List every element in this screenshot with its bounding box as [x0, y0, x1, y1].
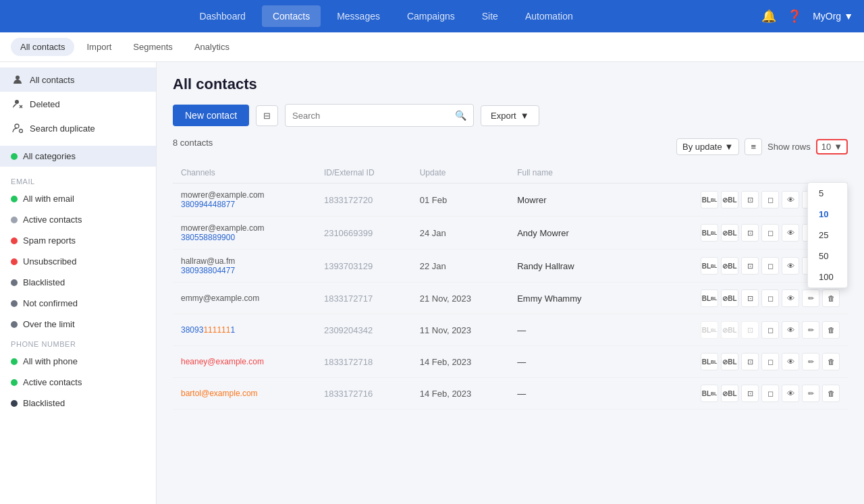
cell-channels: bartol@example.com	[173, 378, 316, 410]
col-fullname: Full name	[509, 163, 624, 184]
block-icon[interactable]: ⊡	[741, 321, 759, 339]
dot-not-confirmed	[11, 300, 18, 307]
view-icon[interactable]: 👁	[782, 353, 799, 370]
new-contact-button[interactable]: New contact	[173, 105, 249, 126]
notifications-button[interactable]: 🔔	[761, 9, 776, 24]
view-icon[interactable]: 👁	[782, 257, 799, 275]
delete-icon[interactable]: 🗑	[822, 353, 840, 370]
delete-icon[interactable]: 🗑	[822, 289, 840, 307]
block-icon[interactable]: ⊡	[741, 257, 759, 275]
sidebar-item-all-with-phone[interactable]: All with phone	[0, 351, 156, 372]
sidebar-item-over-the-limit[interactable]: Over the limit	[0, 314, 156, 335]
edit-icon[interactable]: ✏	[802, 289, 819, 307]
bl-email-icon[interactable]: BLBL	[701, 289, 718, 307]
contact-phone: 380994448877	[181, 200, 308, 209]
contact-phone: 380938804477	[181, 266, 308, 275]
sidebar-item-search-duplicate[interactable]: Search duplicate	[0, 116, 156, 140]
export-button[interactable]: Export ▼	[481, 105, 539, 126]
bl2-icon[interactable]: ⊘BL	[721, 385, 738, 402]
delete-icon[interactable]: 🗑	[822, 385, 840, 402]
sidebar-item-blacklisted-email[interactable]: Blacklisted	[0, 272, 156, 293]
contact-email: emmy@example.com	[181, 293, 308, 303]
dot-all-with-phone	[11, 358, 18, 365]
sidebar-item-blacklisted-phone[interactable]: Blacklisted	[0, 393, 156, 414]
subnav-segments[interactable]: Segments	[124, 38, 182, 56]
table-row: 380931111111 2309204342 11 Nov, 2023 — B…	[173, 314, 848, 346]
dropdown-item-10[interactable]: 10	[808, 204, 847, 225]
bl-email-icon[interactable]: BLBL	[701, 224, 718, 242]
contact-email: bartol@example.com	[181, 389, 308, 398]
message-icon[interactable]: ◻	[761, 191, 779, 208]
sidebar-item-active-contacts-email[interactable]: Active contacts	[0, 209, 156, 230]
view-icon[interactable]: 👁	[782, 289, 799, 307]
edit-icon[interactable]: ✏	[802, 321, 819, 339]
sidebar-item-all-with-email[interactable]: All with email	[0, 188, 156, 209]
nav-automation[interactable]: Automation	[514, 5, 584, 27]
sidebar-item-not-confirmed[interactable]: Not confirmed	[0, 293, 156, 314]
edit-icon[interactable]: ✏	[802, 385, 819, 402]
sort-order-button[interactable]: ≡	[745, 138, 762, 155]
bl-email-icon[interactable]: BLBL	[701, 385, 718, 402]
nav-campaigns[interactable]: Campaigns	[396, 5, 466, 27]
bl2-icon[interactable]: ⊘BL	[721, 321, 738, 339]
message-icon[interactable]: ◻	[761, 385, 779, 402]
sidebar-item-spam-reports[interactable]: Spam reports	[0, 230, 156, 251]
dropdown-item-100[interactable]: 100	[808, 267, 847, 287]
message-icon[interactable]: ◻	[761, 257, 779, 275]
block-icon[interactable]: ⊡	[741, 191, 759, 208]
message-icon[interactable]: ◻	[761, 289, 779, 307]
bl-email-icon[interactable]: BLBL	[701, 353, 718, 370]
sort-by-button[interactable]: By update ▼	[676, 138, 739, 155]
search-input[interactable]	[292, 111, 455, 121]
contact-phone: 380558889900	[181, 233, 308, 242]
subnav-analytics[interactable]: Analytics	[185, 38, 239, 56]
bl2-icon[interactable]: ⊘BL	[721, 224, 738, 242]
sidebar-item-all-categories[interactable]: All categories	[0, 146, 156, 167]
sidebar-item-all-contacts[interactable]: All contacts	[0, 67, 156, 92]
block-icon[interactable]: ⊡	[741, 353, 759, 370]
sidebar-label-over-the-limit: Over the limit	[23, 319, 75, 329]
nav-site[interactable]: Site	[471, 5, 509, 27]
bl-email-icon[interactable]: BLBL	[701, 191, 718, 208]
dropdown-item-5[interactable]: 5	[808, 183, 847, 204]
filter-button[interactable]: ⊟	[256, 105, 278, 126]
block-icon[interactable]: ⊡	[741, 289, 759, 307]
block-icon[interactable]: ⊡	[741, 385, 759, 402]
block-icon[interactable]: ⊡	[741, 224, 759, 242]
bl-email-icon[interactable]: BLBL	[701, 321, 718, 339]
org-menu[interactable]: MyOrg ▼	[813, 11, 853, 22]
rows-chevron-icon[interactable]: ▼	[834, 142, 842, 152]
sidebar-item-active-contacts-phone[interactable]: Active contacts	[0, 372, 156, 393]
delete-icon[interactable]: 🗑	[822, 321, 840, 339]
dropdown-item-50[interactable]: 50	[808, 246, 847, 267]
message-icon[interactable]: ◻	[761, 321, 779, 339]
sidebar-item-unsubscribed[interactable]: Unsubscribed	[0, 251, 156, 272]
view-icon[interactable]: 👁	[782, 224, 799, 242]
subnav-import[interactable]: Import	[77, 38, 121, 56]
contact-email: hallraw@ua.fm	[181, 256, 308, 266]
subnav-all-contacts[interactable]: All contacts	[11, 38, 74, 56]
message-icon[interactable]: ◻	[761, 353, 779, 370]
view-icon[interactable]: 👁	[782, 385, 799, 402]
bl2-icon[interactable]: ⊘BL	[721, 353, 738, 370]
rows-select[interactable]: 10 ▼	[816, 139, 848, 155]
nav-messages[interactable]: Messages	[326, 5, 391, 27]
help-button[interactable]: ❓	[787, 9, 802, 24]
bl2-icon[interactable]: ⊘BL	[721, 257, 738, 275]
view-icon[interactable]: 👁	[782, 191, 799, 208]
nav-dashboard[interactable]: Dashboard	[188, 5, 256, 27]
bl-email-icon[interactable]: BLBL	[701, 257, 718, 275]
nav-contacts[interactable]: Contacts	[262, 5, 321, 27]
action-icons: BLBL ⊘BL ⊡ ◻ 👁 ✏ 🗑	[633, 289, 840, 307]
bl2-icon[interactable]: ⊘BL	[721, 191, 738, 208]
bl2-icon[interactable]: ⊘BL	[721, 289, 738, 307]
sidebar-item-deleted[interactable]: Deleted	[0, 92, 156, 116]
message-icon[interactable]: ◻	[761, 224, 779, 242]
edit-icon[interactable]: ✏	[802, 353, 819, 370]
sidebar: All contacts Deleted Search duplicate Al…	[0, 62, 157, 504]
sidebar-label-blacklisted-email: Blacklisted	[23, 277, 65, 287]
cell-channels: 380931111111	[173, 314, 316, 346]
dropdown-item-25[interactable]: 25	[808, 225, 847, 246]
view-icon[interactable]: 👁	[782, 321, 799, 339]
dot-spam-reports	[11, 237, 18, 244]
